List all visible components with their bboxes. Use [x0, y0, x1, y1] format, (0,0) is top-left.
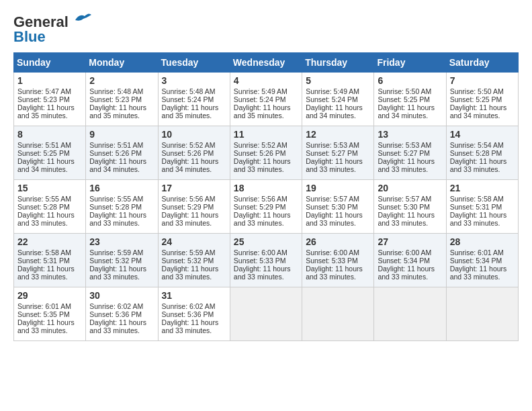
- day-info: Daylight: 11 hours: [306, 157, 370, 165]
- day-info: Daylight: 11 hours: [378, 103, 442, 111]
- calendar-cell: 24Sunrise: 5:59 AMSunset: 5:32 PMDayligh…: [158, 234, 230, 287]
- day-info: Sunset: 5:34 PM: [378, 257, 442, 265]
- day-info: Sunset: 5:26 PM: [89, 149, 154, 157]
- day-info: Daylight: 11 hours: [162, 265, 226, 273]
- day-info: Sunrise: 6:00 AM: [306, 248, 370, 257]
- day-info: Daylight: 11 hours: [306, 211, 370, 219]
- day-info: Daylight: 11 hours: [17, 211, 82, 219]
- day-info: Sunset: 5:34 PM: [450, 257, 515, 265]
- day-info: Sunset: 5:32 PM: [162, 257, 226, 265]
- calendar-table: SundayMondayTuesdayWednesdayThursdayFrid…: [13, 52, 519, 341]
- day-info: Sunrise: 5:54 AM: [450, 141, 515, 149]
- day-info: and 33 minutes.: [378, 219, 442, 227]
- day-info: Sunset: 5:33 PM: [306, 257, 370, 265]
- day-info: Daylight: 11 hours: [378, 157, 442, 165]
- calendar-cell: 11Sunrise: 5:52 AMSunset: 5:26 PMDayligh…: [230, 126, 302, 180]
- logo-blue-text: Blue: [13, 28, 46, 46]
- calendar-cell: 3Sunrise: 5:48 AMSunset: 5:24 PMDaylight…: [158, 73, 230, 126]
- day-info: Daylight: 11 hours: [162, 157, 226, 165]
- logo: General Blue: [13, 13, 91, 46]
- day-info: and 33 minutes.: [89, 273, 154, 281]
- calendar-cell: [446, 287, 518, 341]
- day-info: Sunrise: 5:50 AM: [378, 87, 442, 95]
- day-info: Sunrise: 5:59 AM: [89, 248, 154, 257]
- day-header-friday: Friday: [374, 53, 446, 73]
- day-number: 14: [450, 129, 515, 140]
- day-info: Daylight: 11 hours: [450, 211, 515, 219]
- logo-bird-icon: [70, 12, 91, 27]
- day-info: and 33 minutes.: [234, 273, 298, 281]
- calendar-cell: 13Sunrise: 5:53 AMSunset: 5:27 PMDayligh…: [374, 126, 446, 180]
- day-number: 17: [162, 183, 226, 193]
- day-info: Sunrise: 5:48 AM: [162, 87, 226, 95]
- day-info: Sunrise: 5:47 AM: [17, 87, 82, 95]
- day-info: Daylight: 11 hours: [89, 103, 154, 111]
- day-header-wednesday: Wednesday: [230, 53, 302, 73]
- day-info: Sunrise: 5:52 AM: [162, 141, 226, 149]
- week-row-2: 8Sunrise: 5:51 AMSunset: 5:25 PMDaylight…: [14, 126, 519, 180]
- day-info: Sunrise: 6:02 AM: [162, 302, 226, 310]
- day-info: and 33 minutes.: [450, 165, 515, 173]
- day-number: 5: [306, 75, 370, 86]
- day-number: 26: [306, 236, 370, 247]
- day-number: 20: [378, 183, 442, 193]
- day-info: Sunset: 5:30 PM: [378, 203, 442, 211]
- day-info: Daylight: 11 hours: [234, 211, 298, 219]
- day-info: and 33 minutes.: [234, 219, 298, 227]
- calendar-cell: 2Sunrise: 5:48 AMSunset: 5:23 PMDaylight…: [86, 73, 158, 126]
- day-number: 29: [17, 290, 82, 301]
- page-header: General Blue: [13, 13, 519, 46]
- day-info: Sunrise: 6:00 AM: [234, 248, 298, 257]
- day-info: and 33 minutes.: [17, 273, 82, 281]
- day-number: 8: [17, 129, 82, 140]
- day-info: and 34 minutes.: [89, 165, 154, 173]
- day-info: Sunrise: 5:55 AM: [17, 195, 82, 203]
- day-info: Sunrise: 6:02 AM: [89, 302, 154, 310]
- day-number: 21: [450, 183, 515, 193]
- day-number: 11: [234, 129, 298, 140]
- day-info: Sunrise: 5:51 AM: [17, 141, 82, 149]
- calendar-cell: 8Sunrise: 5:51 AMSunset: 5:25 PMDaylight…: [14, 126, 86, 180]
- day-info: Daylight: 11 hours: [89, 265, 154, 273]
- day-info: Daylight: 11 hours: [234, 103, 298, 111]
- day-info: and 33 minutes.: [450, 219, 515, 227]
- calendar-cell: 7Sunrise: 5:50 AMSunset: 5:25 PMDaylight…: [446, 73, 518, 126]
- day-info: and 35 minutes.: [89, 111, 154, 120]
- day-info: Daylight: 11 hours: [17, 157, 82, 165]
- day-number: 24: [162, 236, 226, 247]
- day-info: and 33 minutes.: [162, 219, 226, 227]
- day-info: Sunrise: 5:49 AM: [234, 87, 298, 95]
- day-info: Sunrise: 6:00 AM: [378, 248, 442, 257]
- day-info: and 33 minutes.: [89, 326, 154, 334]
- day-info: Sunset: 5:28 PM: [17, 203, 82, 211]
- day-info: Sunrise: 5:48 AM: [89, 87, 154, 95]
- day-info: and 33 minutes.: [89, 219, 154, 227]
- day-info: Sunset: 5:32 PM: [89, 257, 154, 265]
- day-info: Sunrise: 5:57 AM: [306, 195, 370, 203]
- day-info: Daylight: 11 hours: [162, 318, 226, 326]
- day-number: 10: [162, 129, 226, 140]
- day-info: and 33 minutes.: [234, 165, 298, 173]
- day-info: Sunrise: 5:56 AM: [234, 195, 298, 203]
- day-number: 31: [162, 290, 226, 301]
- day-info: Sunrise: 5:53 AM: [378, 141, 442, 149]
- calendar-cell: 30Sunrise: 6:02 AMSunset: 5:36 PMDayligh…: [86, 287, 158, 341]
- day-number: 25: [234, 236, 298, 247]
- calendar-cell: [230, 287, 302, 341]
- day-info: Daylight: 11 hours: [17, 318, 82, 326]
- day-number: 30: [89, 290, 154, 301]
- day-info: Daylight: 11 hours: [450, 103, 515, 111]
- day-info: Daylight: 11 hours: [234, 157, 298, 165]
- day-info: and 33 minutes.: [17, 219, 82, 227]
- day-info: Sunset: 5:27 PM: [378, 149, 442, 157]
- day-info: Sunset: 5:29 PM: [162, 203, 226, 211]
- day-number: 7: [450, 75, 515, 86]
- day-info: Sunrise: 5:55 AM: [89, 195, 154, 203]
- calendar-cell: [374, 287, 446, 341]
- day-info: Sunset: 5:24 PM: [162, 95, 226, 103]
- week-row-3: 15Sunrise: 5:55 AMSunset: 5:28 PMDayligh…: [14, 180, 519, 234]
- header-row: SundayMondayTuesdayWednesdayThursdayFrid…: [14, 53, 519, 73]
- calendar-cell: 28Sunrise: 6:01 AMSunset: 5:34 PMDayligh…: [446, 234, 518, 287]
- day-number: 18: [234, 183, 298, 193]
- day-info: and 34 minutes.: [306, 111, 370, 120]
